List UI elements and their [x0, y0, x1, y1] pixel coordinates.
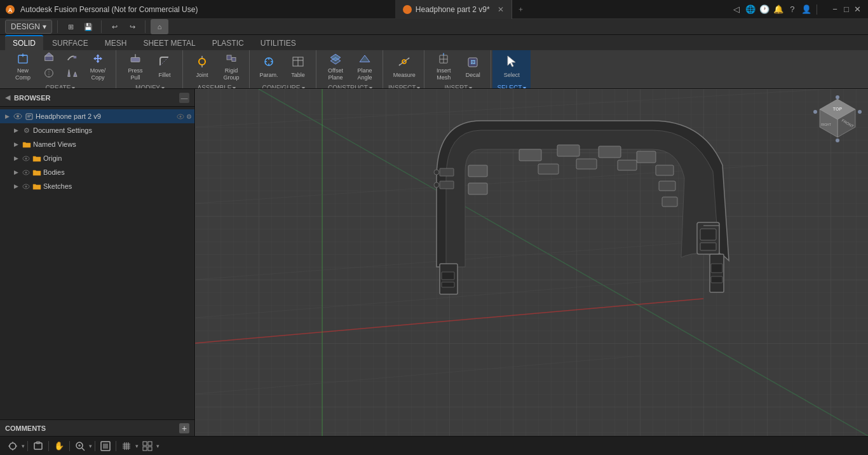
modify-group-label[interactable]: MODIFY▾	[135, 85, 165, 88]
plane-angle-button[interactable]: PlaneAngle	[351, 50, 379, 83]
grid-settings-dropdown[interactable]: ▾	[135, 443, 139, 449]
capture-design-button[interactable]	[31, 439, 46, 453]
tree-arrow-named-views[interactable]: ▶	[11, 140, 20, 149]
tree-arrow-bodies[interactable]: ▶	[11, 168, 20, 177]
select-button[interactable]: Select	[498, 50, 526, 83]
measure-button[interactable]: Measure	[390, 50, 418, 83]
tree-item-doc-settings[interactable]: ▶ ⚙ Document Settings	[0, 123, 194, 137]
sweep-button[interactable]	[61, 50, 83, 65]
redo-button[interactable]: ↪	[125, 19, 140, 34]
measure-icon	[395, 53, 413, 71]
save-icon[interactable]: 💾	[81, 19, 96, 34]
close-button[interactable]: ✕	[853, 4, 863, 15]
press-pull-button[interactable]: PressPull	[121, 50, 149, 83]
viewport-settings-button[interactable]	[140, 439, 155, 453]
new-component-button[interactable]: NewComp	[9, 50, 37, 83]
tree-eye-bodies[interactable]	[22, 168, 31, 177]
tree-arrow-origin[interactable]: ▶	[11, 154, 20, 163]
snap-button[interactable]	[5, 439, 20, 453]
tree-arrow-sketches[interactable]: ▶	[11, 182, 20, 191]
move-button[interactable]: Move/Copy	[84, 50, 112, 83]
viewport-dropdown[interactable]: ▾	[156, 443, 159, 449]
tab-sheetmetal[interactable]: SHEET METAL	[135, 36, 203, 50]
loft-button[interactable]	[61, 66, 83, 81]
browser-back-arrow[interactable]: ◀	[5, 93, 10, 102]
viewcube[interactable]: TOP FRONT RIGHT	[812, 94, 863, 145]
tree-eye-sketches[interactable]	[22, 182, 31, 191]
tree-item-origin[interactable]: ▶ Origin	[0, 151, 194, 165]
decal-button[interactable]: 🖼 Decal	[459, 50, 487, 83]
extrude-button[interactable]	[38, 50, 60, 65]
svg-rect-120	[143, 442, 147, 445]
revolve-button[interactable]	[38, 66, 60, 81]
fillet-button[interactable]: Fillet	[151, 50, 179, 83]
new-tab-button[interactable]: ＋	[512, 4, 529, 14]
tree-eye-icon-root[interactable]	[176, 112, 185, 121]
extrude-icon	[42, 51, 56, 63]
create-group-label[interactable]: CREATE▾	[46, 85, 76, 88]
tree-options-root[interactable]: ⚙	[186, 113, 192, 120]
tree-item-root[interactable]: ▶ Headphone part 2 v9	[0, 109, 194, 123]
tab-mesh[interactable]: MESH	[97, 36, 135, 50]
table-button[interactable]: Table	[284, 50, 312, 83]
maximize-button[interactable]: □	[841, 4, 851, 15]
tree-item-bodies[interactable]: ▶ Bodies	[0, 165, 194, 179]
nav-back-icon[interactable]: ◁	[731, 4, 742, 15]
tab-utilities[interactable]: UTILITIES	[253, 36, 304, 50]
help-icon[interactable]: ?	[787, 4, 797, 15]
assemble-group-label[interactable]: ASSEMBLE▾	[198, 85, 236, 88]
tree-eye-root[interactable]	[13, 111, 23, 121]
clock-icon[interactable]: 🕐	[759, 4, 770, 15]
design-dropdown[interactable]: DESIGN ▾	[5, 20, 52, 34]
separator	[145, 20, 146, 33]
joint-button[interactable]: Joint	[188, 50, 216, 83]
tree-arrow-doc[interactable]: ▶	[11, 126, 20, 135]
pan-button[interactable]: ✋	[51, 439, 67, 453]
rigid-group-button[interactable]: RigidGroup	[217, 50, 245, 83]
configure-group-label[interactable]: CONFIGURE▾	[262, 85, 305, 88]
zoom-dropdown[interactable]: ▾	[89, 443, 92, 449]
viewport[interactable]: TOP FRONT RIGHT	[195, 89, 868, 436]
home-icon[interactable]: 🌐	[745, 4, 756, 15]
add-comment-button[interactable]: +	[179, 423, 189, 433]
zoom-fit-button[interactable]	[72, 439, 88, 453]
tab-solid[interactable]: SOLID	[5, 35, 43, 50]
svg-line-109	[82, 448, 85, 451]
insert-mesh-button[interactable]: InsertMesh	[430, 50, 458, 83]
tab-plastic[interactable]: PLASTIC	[205, 36, 252, 50]
grid-settings-button[interactable]	[119, 439, 134, 453]
tree-item-named-views[interactable]: ▶ Named Views	[0, 137, 194, 151]
select-buttons: Select	[498, 50, 526, 83]
offset-plane-button[interactable]: OffsetPlane	[322, 50, 349, 83]
comments-bar: COMMENTS +	[0, 419, 194, 436]
construct-group-label[interactable]: CONSTRUCT▾	[328, 85, 372, 88]
svg-point-70	[434, 182, 439, 187]
home-button[interactable]: ⌂	[151, 19, 168, 34]
tab-surface[interactable]: SURFACE	[44, 36, 96, 50]
browser-collapse-button[interactable]: —	[179, 93, 189, 103]
minimize-button[interactable]: −	[830, 4, 840, 15]
undo-button[interactable]: ↩	[107, 19, 122, 34]
snap-dropdown[interactable]: ▾	[22, 443, 25, 449]
insert-group-label[interactable]: INSERT▾	[445, 85, 473, 88]
tree-arrow-root[interactable]: ▶	[3, 112, 11, 121]
svg-rect-80	[662, 197, 677, 207]
construct-buttons: OffsetPlane PlaneAngle	[322, 50, 379, 83]
svg-text:A: A	[8, 7, 13, 13]
profile-icon[interactable]: 👤	[801, 4, 811, 15]
tree-item-sketches[interactable]: ▶ Sketches	[0, 179, 194, 193]
display-mode-button[interactable]	[98, 439, 113, 453]
measure-label: Measure	[393, 72, 416, 79]
parameters-button[interactable]: Param.	[255, 50, 283, 83]
rigid-group-label: RigidGroup	[223, 67, 239, 81]
select-group-label[interactable]: SELECT▾	[497, 85, 526, 88]
inspect-group-label[interactable]: INSPECT▾	[388, 85, 420, 88]
parameters-icon	[260, 53, 278, 71]
viewport-settings-icon	[142, 440, 153, 452]
notification-icon[interactable]: 🔔	[773, 4, 783, 15]
active-tab[interactable]: Headphone part 2 v9* ✕	[395, 0, 512, 19]
bottom-toolbar: ▾ ✋ ▾ ▾	[0, 436, 868, 455]
tree-eye-origin[interactable]	[22, 154, 31, 163]
tab-close-button[interactable]: ✕	[498, 5, 504, 14]
grid-icon[interactable]: ⊞	[63, 19, 78, 34]
